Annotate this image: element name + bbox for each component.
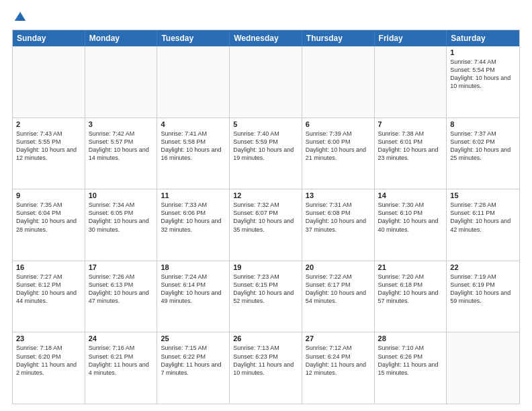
calendar-row: 1Sunrise: 7:44 AMSunset: 5:54 PMDaylight… (13, 46, 519, 118)
day-number: 18 (161, 263, 226, 271)
day-info: Sunrise: 7:44 AMSunset: 5:54 PMDaylight:… (450, 58, 516, 91)
day-info: Sunrise: 7:32 AMSunset: 6:07 PMDaylight:… (233, 201, 298, 234)
day-number: 23 (16, 334, 81, 342)
calendar-cell: 13Sunrise: 7:31 AMSunset: 6:08 PMDayligh… (302, 189, 375, 261)
day-number: 24 (89, 334, 154, 342)
calendar-cell: 14Sunrise: 7:30 AMSunset: 6:10 PMDayligh… (375, 189, 447, 261)
day-info: Sunrise: 7:28 AMSunset: 6:11 PMDaylight:… (450, 201, 516, 234)
weekday-header: Sunday (13, 30, 85, 46)
day-info: Sunrise: 7:40 AMSunset: 5:59 PMDaylight:… (233, 130, 298, 163)
day-number: 25 (161, 334, 226, 342)
calendar-cell: 28Sunrise: 7:10 AMSunset: 6:26 PMDayligh… (375, 332, 447, 404)
day-info: Sunrise: 7:33 AMSunset: 6:06 PMDaylight:… (161, 201, 226, 234)
calendar-cell: 15Sunrise: 7:28 AMSunset: 6:11 PMDayligh… (447, 189, 519, 261)
calendar-cell: 2Sunrise: 7:43 AMSunset: 5:55 PMDaylight… (13, 118, 85, 189)
calendar-cell: 10Sunrise: 7:34 AMSunset: 6:05 PMDayligh… (85, 189, 158, 261)
day-info: Sunrise: 7:10 AMSunset: 6:26 PMDaylight:… (378, 344, 443, 377)
logo-icon (13, 11, 27, 24)
day-info: Sunrise: 7:30 AMSunset: 6:10 PMDaylight:… (378, 201, 443, 234)
calendar-cell (230, 46, 302, 118)
day-number: 19 (233, 263, 298, 271)
calendar-row: 9Sunrise: 7:35 AMSunset: 6:04 PMDaylight… (13, 189, 519, 261)
calendar-cell: 1Sunrise: 7:44 AMSunset: 5:54 PMDaylight… (447, 46, 519, 118)
calendar-row: 16Sunrise: 7:27 AMSunset: 6:12 PMDayligh… (13, 261, 519, 333)
day-info: Sunrise: 7:26 AMSunset: 6:13 PMDaylight:… (89, 273, 154, 306)
calendar-cell: 5Sunrise: 7:40 AMSunset: 5:59 PMDaylight… (230, 118, 302, 189)
day-number: 27 (306, 334, 371, 342)
day-number: 6 (306, 120, 371, 128)
day-number: 10 (89, 191, 154, 199)
calendar-cell: 19Sunrise: 7:23 AMSunset: 6:15 PMDayligh… (230, 261, 302, 332)
weekday-header: Friday (375, 30, 447, 46)
day-info: Sunrise: 7:39 AMSunset: 6:00 PMDaylight:… (306, 130, 371, 163)
calendar-cell (13, 46, 85, 118)
day-info: Sunrise: 7:18 AMSunset: 6:20 PMDaylight:… (16, 344, 81, 377)
calendar-cell: 12Sunrise: 7:32 AMSunset: 6:07 PMDayligh… (230, 189, 302, 261)
day-number: 11 (161, 191, 226, 199)
day-info: Sunrise: 7:24 AMSunset: 6:14 PMDaylight:… (161, 273, 226, 306)
calendar-cell: 8Sunrise: 7:37 AMSunset: 6:02 PMDaylight… (447, 118, 519, 189)
calendar-cell: 16Sunrise: 7:27 AMSunset: 6:12 PMDayligh… (13, 261, 85, 332)
day-info: Sunrise: 7:15 AMSunset: 6:22 PMDaylight:… (161, 344, 226, 377)
calendar-cell (302, 46, 375, 118)
day-number: 9 (16, 191, 81, 199)
calendar-cell: 26Sunrise: 7:13 AMSunset: 6:23 PMDayligh… (230, 332, 302, 404)
calendar-cell: 18Sunrise: 7:24 AMSunset: 6:14 PMDayligh… (157, 261, 230, 332)
day-info: Sunrise: 7:31 AMSunset: 6:08 PMDaylight:… (306, 201, 371, 234)
day-number: 28 (378, 334, 443, 342)
day-info: Sunrise: 7:41 AMSunset: 5:58 PMDaylight:… (161, 130, 226, 163)
calendar: SundayMondayTuesdayWednesdayThursdayFrid… (12, 30, 520, 404)
day-info: Sunrise: 7:16 AMSunset: 6:21 PMDaylight:… (89, 344, 154, 377)
day-info: Sunrise: 7:12 AMSunset: 6:24 PMDaylight:… (306, 344, 371, 377)
calendar-cell: 6Sunrise: 7:39 AMSunset: 6:00 PMDaylight… (302, 118, 375, 189)
day-number: 13 (306, 191, 371, 199)
day-info: Sunrise: 7:20 AMSunset: 6:18 PMDaylight:… (378, 273, 443, 306)
day-info: Sunrise: 7:34 AMSunset: 6:05 PMDaylight:… (89, 201, 154, 234)
calendar-header: SundayMondayTuesdayWednesdayThursdayFrid… (13, 30, 519, 46)
calendar-cell: 7Sunrise: 7:38 AMSunset: 6:01 PMDaylight… (375, 118, 447, 189)
calendar-cell: 4Sunrise: 7:41 AMSunset: 5:58 PMDaylight… (157, 118, 230, 189)
calendar-cell: 9Sunrise: 7:35 AMSunset: 6:04 PMDaylight… (13, 189, 85, 261)
day-info: Sunrise: 7:27 AMSunset: 6:12 PMDaylight:… (16, 273, 81, 306)
day-info: Sunrise: 7:35 AMSunset: 6:04 PMDaylight:… (16, 201, 81, 234)
weekday-header: Tuesday (157, 30, 230, 46)
logo (12, 11, 27, 24)
day-number: 8 (450, 120, 516, 128)
weekday-header: Thursday (302, 30, 375, 46)
day-info: Sunrise: 7:43 AMSunset: 5:55 PMDaylight:… (16, 130, 81, 163)
day-info: Sunrise: 7:19 AMSunset: 6:19 PMDaylight:… (450, 273, 516, 306)
day-info: Sunrise: 7:13 AMSunset: 6:23 PMDaylight:… (233, 344, 298, 377)
day-info: Sunrise: 7:42 AMSunset: 5:57 PMDaylight:… (89, 130, 154, 163)
day-info: Sunrise: 7:37 AMSunset: 6:02 PMDaylight:… (450, 130, 516, 163)
weekday-header: Saturday (447, 30, 519, 46)
calendar-cell: 25Sunrise: 7:15 AMSunset: 6:22 PMDayligh… (157, 332, 230, 404)
day-number: 4 (161, 120, 226, 128)
day-number: 15 (450, 191, 516, 199)
day-number: 16 (16, 263, 81, 271)
day-number: 7 (378, 120, 443, 128)
calendar-body: 1Sunrise: 7:44 AMSunset: 5:54 PMDaylight… (13, 46, 519, 404)
calendar-cell: 23Sunrise: 7:18 AMSunset: 6:20 PMDayligh… (13, 332, 85, 404)
day-number: 21 (378, 263, 443, 271)
day-number: 5 (233, 120, 298, 128)
calendar-cell: 11Sunrise: 7:33 AMSunset: 6:06 PMDayligh… (157, 189, 230, 261)
day-number: 3 (89, 120, 154, 128)
calendar-row: 2Sunrise: 7:43 AMSunset: 5:55 PMDaylight… (13, 118, 519, 190)
day-info: Sunrise: 7:23 AMSunset: 6:15 PMDaylight:… (233, 273, 298, 306)
calendar-cell: 21Sunrise: 7:20 AMSunset: 6:18 PMDayligh… (375, 261, 447, 332)
calendar-cell: 20Sunrise: 7:22 AMSunset: 6:17 PMDayligh… (302, 261, 375, 332)
page: SundayMondayTuesdayWednesdayThursdayFrid… (0, 0, 532, 411)
day-number: 26 (233, 334, 298, 342)
day-number: 20 (306, 263, 371, 271)
day-number: 1 (450, 48, 516, 56)
day-number: 14 (378, 191, 443, 199)
calendar-cell: 24Sunrise: 7:16 AMSunset: 6:21 PMDayligh… (85, 332, 158, 404)
calendar-cell (447, 332, 519, 404)
calendar-cell (85, 46, 158, 118)
header (12, 11, 520, 24)
calendar-cell (375, 46, 447, 118)
day-info: Sunrise: 7:22 AMSunset: 6:17 PMDaylight:… (306, 273, 371, 306)
calendar-row: 23Sunrise: 7:18 AMSunset: 6:20 PMDayligh… (13, 332, 519, 404)
weekday-header: Monday (85, 30, 158, 46)
calendar-cell: 3Sunrise: 7:42 AMSunset: 5:57 PMDaylight… (85, 118, 158, 189)
